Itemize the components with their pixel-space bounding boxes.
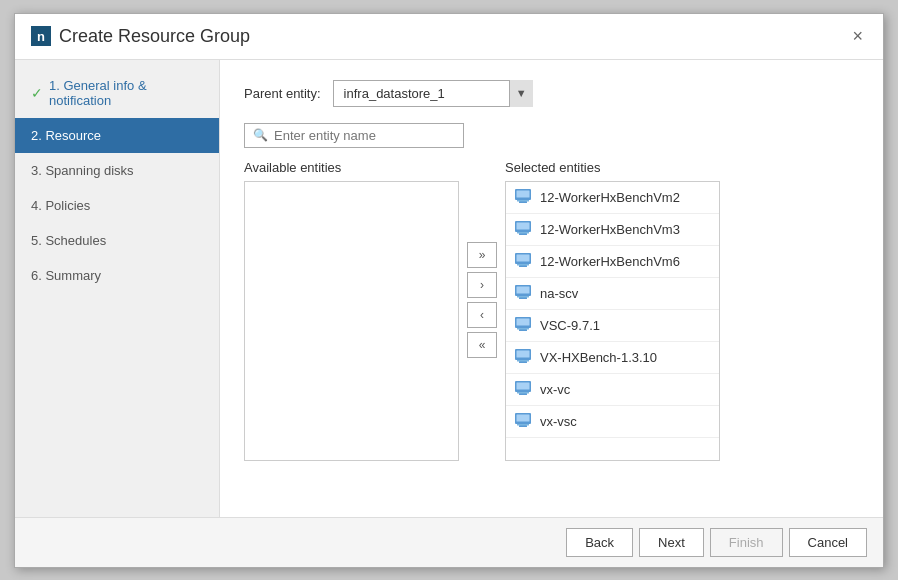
svg-rect-7 (517, 232, 529, 234)
parent-entity-row: Parent entity: infra_datastore_1 ▼ (244, 80, 859, 107)
parent-entity-select-wrapper: infra_datastore_1 ▼ (333, 80, 533, 107)
sidebar-item-summary[interactable]: 6. Summary (15, 258, 219, 293)
sidebar-item-resource[interactable]: 2. Resource (15, 118, 219, 153)
svg-rect-3 (517, 200, 529, 202)
move-right-button[interactable]: › (467, 272, 497, 298)
selected-entities-list: 12-WorkerHxBenchVm2 12-WorkerHxBenchVm3 … (505, 181, 720, 461)
entity-name: 12-WorkerHxBenchVm2 (540, 190, 680, 205)
sidebar-item-schedules[interactable]: 5. Schedules (15, 223, 219, 258)
search-row: 🔍 (244, 123, 859, 148)
svg-rect-29 (517, 414, 530, 421)
cancel-button[interactable]: Cancel (789, 528, 867, 557)
dialog-footer: Back Next Finish Cancel (15, 517, 883, 567)
sidebar-item-label: 5. Schedules (31, 233, 106, 248)
move-all-left-button[interactable]: « (467, 332, 497, 358)
move-all-right-button[interactable]: » (467, 242, 497, 268)
list-item[interactable]: 12-WorkerHxBenchVm2 (506, 182, 719, 214)
svg-rect-19 (517, 328, 529, 330)
parent-entity-label: Parent entity: (244, 86, 321, 101)
svg-rect-31 (517, 424, 529, 426)
svg-rect-15 (517, 296, 529, 298)
available-entities-panel: Available entities (244, 160, 459, 461)
svg-rect-5 (517, 222, 530, 229)
next-button[interactable]: Next (639, 528, 704, 557)
move-left-button[interactable]: ‹ (467, 302, 497, 328)
list-item[interactable]: vx-vc (506, 374, 719, 406)
sidebar-item-label: 6. Summary (31, 268, 101, 283)
list-item[interactable]: 12-WorkerHxBenchVm3 (506, 214, 719, 246)
dialog-header: Create Resource Group × (15, 14, 883, 60)
search-input[interactable] (274, 128, 455, 143)
vm-icon (514, 316, 532, 335)
selected-entities-panel: Selected entities 12-WorkerHxBenchVm2 12… (505, 160, 720, 461)
vm-icon (514, 188, 532, 207)
dialog-body: ✓ 1. General info & notification 2. Reso… (15, 60, 883, 517)
parent-entity-select[interactable]: infra_datastore_1 (333, 80, 533, 107)
create-resource-group-dialog: Create Resource Group × ✓ 1. General inf… (14, 13, 884, 568)
svg-rect-13 (517, 286, 530, 293)
sidebar-item-label: 4. Policies (31, 198, 90, 213)
back-button[interactable]: Back (566, 528, 633, 557)
close-button[interactable]: × (848, 26, 867, 47)
vm-icon (514, 220, 532, 239)
dialog-title: Create Resource Group (31, 26, 250, 47)
sidebar-item-general[interactable]: ✓ 1. General info & notification (15, 68, 219, 118)
sidebar-item-policies[interactable]: 4. Policies (15, 188, 219, 223)
sidebar-item-label: 3. Spanning disks (31, 163, 134, 178)
svg-rect-25 (517, 382, 530, 389)
sidebar: ✓ 1. General info & notification 2. Reso… (15, 60, 220, 517)
entity-name: VSC-9.7.1 (540, 318, 600, 333)
search-icon: 🔍 (253, 128, 268, 142)
svg-rect-27 (517, 392, 529, 394)
app-icon (31, 26, 51, 46)
vm-icon (514, 412, 532, 431)
vm-icon (514, 380, 532, 399)
svg-rect-23 (517, 360, 529, 362)
svg-rect-9 (517, 254, 530, 261)
finish-button: Finish (710, 528, 783, 557)
svg-rect-1 (517, 190, 530, 197)
svg-rect-11 (517, 264, 529, 266)
dialog-title-text: Create Resource Group (59, 26, 250, 47)
search-wrapper: 🔍 (244, 123, 464, 148)
entity-name: na-scv (540, 286, 578, 301)
list-item[interactable]: VX-HXBench-1.3.10 (506, 342, 719, 374)
list-item[interactable]: vx-vsc (506, 406, 719, 438)
list-item[interactable]: na-scv (506, 278, 719, 310)
selected-entities-title: Selected entities (505, 160, 720, 175)
svg-rect-17 (517, 318, 530, 325)
entity-name: 12-WorkerHxBenchVm3 (540, 222, 680, 237)
vm-icon (514, 348, 532, 367)
list-item[interactable]: VSC-9.7.1 (506, 310, 719, 342)
entity-name: VX-HXBench-1.3.10 (540, 350, 657, 365)
entity-name: vx-vsc (540, 414, 577, 429)
list-item[interactable]: 12-WorkerHxBenchVm6 (506, 246, 719, 278)
transfer-buttons: » › ‹ « (459, 160, 505, 440)
check-icon: ✓ (31, 85, 43, 101)
vm-icon (514, 284, 532, 303)
entity-name: 12-WorkerHxBenchVm6 (540, 254, 680, 269)
sidebar-item-label: 2. Resource (31, 128, 101, 143)
entities-row: Available entities » › ‹ « Selected enti… (244, 160, 859, 461)
entity-name: vx-vc (540, 382, 570, 397)
sidebar-item-label: 1. General info & notification (49, 78, 203, 108)
main-content: Parent entity: infra_datastore_1 ▼ 🔍 Ava… (220, 60, 883, 517)
sidebar-item-spanning[interactable]: 3. Spanning disks (15, 153, 219, 188)
svg-rect-21 (517, 350, 530, 357)
vm-icon (514, 252, 532, 271)
available-entities-list (244, 181, 459, 461)
available-entities-title: Available entities (244, 160, 459, 175)
